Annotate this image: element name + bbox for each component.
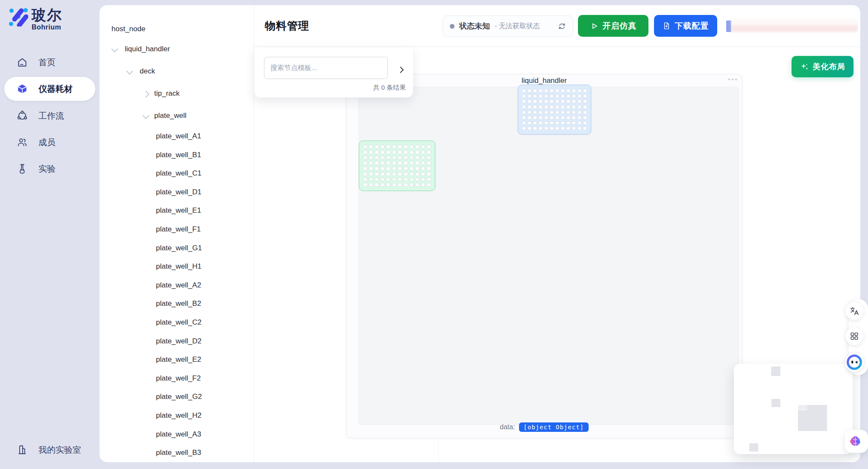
sidebar-item-实验[interactable]: 实验 (4, 157, 95, 181)
well (555, 116, 559, 120)
well (578, 121, 581, 125)
well (369, 150, 373, 154)
sidebar-footer-label: 我的实验室 (38, 444, 81, 456)
tree-item-plate_well_A3[interactable]: plate_well_A3 (100, 429, 254, 441)
status-dot-icon (450, 24, 455, 29)
tip-rack-plate[interactable] (518, 85, 591, 135)
tree-item-label: plate_well_E1 (156, 206, 201, 215)
well (544, 116, 548, 120)
well (410, 183, 414, 187)
well (561, 116, 565, 120)
well (369, 145, 373, 149)
well (363, 161, 367, 165)
well (555, 100, 559, 103)
tree-item-plate_well_H1[interactable]: plate_well_H1 (100, 261, 254, 273)
logo: 玻尔 Bohrium (9, 7, 62, 31)
tree-item-plate_well_E2[interactable]: plate_well_E2 (100, 355, 254, 366)
well (561, 105, 565, 109)
expand-chevron-icon[interactable] (397, 66, 405, 74)
tree-item-plate_well_D1[interactable]: plate_well_D1 (100, 187, 254, 199)
well (578, 111, 581, 114)
tree-item-plate_well_B3[interactable]: plate_well_B3 (100, 448, 254, 460)
tree-item-plate_well_B1[interactable]: plate_well_B1 (100, 150, 254, 162)
well (561, 121, 565, 125)
ellipsis-menu-icon[interactable] (727, 75, 739, 84)
tree-item-plate_well_C2[interactable]: plate_well_C2 (100, 317, 254, 329)
tree-item-plate_well_A1[interactable]: plate_well_A1 (100, 131, 254, 143)
well (550, 116, 554, 120)
well (410, 156, 414, 160)
well (533, 116, 537, 120)
experiment-icon (17, 163, 28, 174)
minimap-node-block (798, 405, 807, 410)
well (398, 183, 402, 187)
tree-item-deck[interactable]: deck (100, 66, 254, 78)
tree-item-plate_well_G2[interactable]: plate_well_G2 (100, 392, 254, 404)
tree-item-plate_well_F2[interactable]: plate_well_F2 (100, 373, 254, 385)
well (363, 178, 367, 182)
well (427, 161, 431, 165)
well (421, 156, 425, 160)
tree-item-plate_well_A2[interactable]: plate_well_A2 (100, 280, 254, 292)
tree-item-label: plate_well_D1 (156, 188, 202, 196)
chevron-down-icon[interactable] (126, 68, 133, 75)
well (539, 105, 542, 109)
tip-rack-wells (518, 85, 591, 134)
chevron-right-icon[interactable] (143, 91, 150, 98)
translate-button[interactable] (845, 302, 863, 320)
well (404, 156, 408, 160)
page-title: 物料管理 (265, 19, 309, 33)
well (578, 105, 581, 109)
start-simulation-button[interactable]: 开启仿真 (578, 15, 648, 37)
sidebar-item-label: 仪器耗材 (38, 83, 73, 95)
chevron-down-icon[interactable] (111, 46, 118, 53)
well (427, 183, 431, 187)
tree-item-plate_well_G1[interactable]: plate_well_G1 (100, 243, 254, 255)
sidebar-item-my-lab[interactable]: 我的实验室 (4, 438, 95, 462)
well (583, 105, 587, 109)
tree-item-plate_well_D2[interactable]: plate_well_D2 (100, 336, 254, 348)
sidebar: 玻尔 Bohrium 首页仪器耗材工作流成员实验 我的实验室 (0, 0, 100, 469)
well (381, 172, 385, 176)
plate-well-plate[interactable] (359, 141, 435, 191)
tree-item-liquid_handler[interactable]: liquid_handler (100, 44, 254, 56)
lab-building-icon (17, 444, 28, 455)
sidebar-item-首页[interactable]: 首页 (4, 50, 95, 74)
chevron-down-icon[interactable] (143, 112, 150, 119)
beautify-layout-button[interactable]: 美化布局 (792, 56, 853, 77)
refresh-icon[interactable] (558, 22, 566, 30)
data-label: data: (500, 423, 515, 431)
data-value-pill[interactable]: [object Object] (519, 422, 589, 432)
tree-item-plate_well_H2[interactable]: plate_well_H2 (100, 410, 254, 422)
tree-item-plate_well[interactable]: plate_well (100, 111, 254, 123)
tree-item-label: plate_well_H1 (156, 262, 202, 271)
sidebar-item-仪器耗材[interactable]: 仪器耗材 (4, 77, 95, 101)
apps-grid-button[interactable] (845, 327, 863, 345)
translate-icon (850, 306, 859, 316)
well (533, 111, 537, 114)
tree-item-plate_well_B2[interactable]: plate_well_B2 (100, 299, 254, 311)
tree-item-tip_rack[interactable]: tip_rack (100, 88, 254, 100)
tree-item-plate_well_C1[interactable]: plate_well_C1 (100, 168, 254, 180)
minimap[interactable] (734, 364, 853, 454)
brain-icon (848, 434, 862, 448)
well (404, 145, 408, 149)
tree-item-host_node[interactable]: host_node (100, 24, 254, 36)
tree-item-plate_well_F1[interactable]: plate_well_F1 (100, 224, 254, 236)
well (410, 145, 414, 149)
brain-assistant-button[interactable] (845, 430, 868, 453)
sidebar-item-成员[interactable]: 成员 (4, 130, 95, 154)
search-input[interactable] (264, 57, 388, 79)
download-config-button[interactable]: 下载配置 (654, 15, 717, 37)
well (404, 161, 408, 165)
tree-item-label: plate_well_C2 (156, 318, 202, 327)
well (392, 167, 396, 170)
well (583, 89, 587, 93)
well (375, 156, 379, 160)
well (398, 145, 402, 149)
well (572, 94, 576, 98)
sidebar-item-工作流[interactable]: 工作流 (4, 104, 95, 128)
ai-assistant-button[interactable] (845, 353, 864, 372)
tree-item-plate_well_E1[interactable]: plate_well_E1 (100, 205, 254, 217)
well (375, 172, 379, 176)
